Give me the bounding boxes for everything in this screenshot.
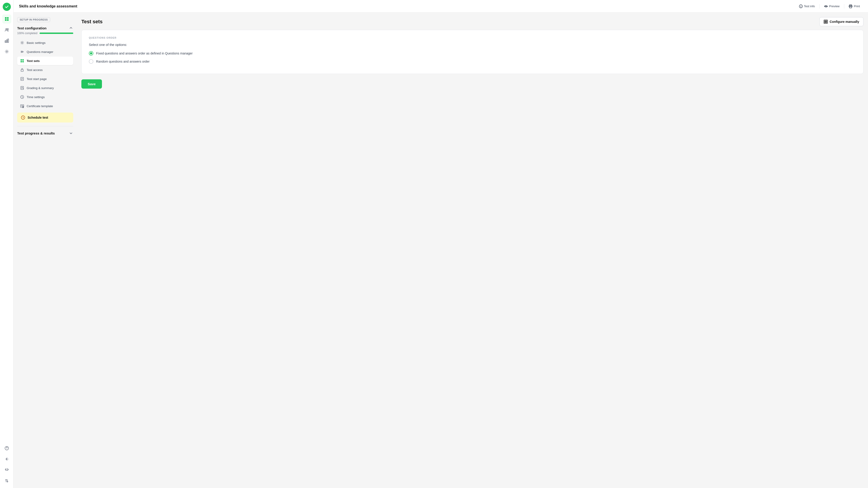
- nav-settings-icon[interactable]: [2, 47, 11, 56]
- sidebar-item-test-sets[interactable]: Test sets: [17, 57, 73, 65]
- progress-row: 100% completed: [17, 32, 73, 35]
- radio-fixed-option[interactable]: Fixed questions and answers order as def…: [89, 51, 856, 56]
- top-header: Skills and knowledge assessment Test inf…: [13, 0, 868, 13]
- main-content: Test sets Configure manually QUESTIONS O…: [77, 13, 868, 488]
- main-page-title: Test sets: [81, 19, 103, 25]
- svg-rect-22: [21, 70, 23, 71]
- progress-bar-fill: [39, 33, 73, 34]
- nav-chart-icon[interactable]: [2, 36, 11, 45]
- radio-fixed-circle[interactable]: [89, 51, 93, 56]
- section1-header: Test configuration: [17, 26, 73, 30]
- nav-grid-icon[interactable]: [2, 14, 11, 24]
- svg-rect-32: [826, 21, 827, 22]
- test-access-icon: [20, 68, 24, 72]
- svg-point-15: [22, 42, 23, 43]
- sidebar-item-test-start-page[interactable]: Test start page: [17, 74, 73, 83]
- svg-rect-33: [825, 22, 826, 23]
- questions-manager-label: Questions manager: [27, 50, 53, 54]
- svg-rect-0: [5, 17, 6, 19]
- header-divider2: [844, 4, 844, 8]
- sidebar-item-certificate-template[interactable]: Certificate template: [17, 102, 73, 110]
- select-options-text: Select one of the options:: [89, 43, 856, 47]
- svg-point-17: [22, 51, 23, 52]
- nav-back-icon[interactable]: [2, 455, 11, 464]
- content-area: SETUP IN PROGRESS Test configuration 100…: [13, 13, 868, 488]
- section1-title: Test configuration: [17, 26, 46, 30]
- certificate-template-label: Certificate template: [27, 104, 53, 108]
- sidebar: SETUP IN PROGRESS Test configuration 100…: [13, 13, 77, 488]
- svg-rect-18: [21, 59, 22, 61]
- setup-badge: SETUP IN PROGRESS: [17, 17, 50, 22]
- progress-bar-bg: [39, 33, 73, 34]
- page-title: Skills and knowledge assessment: [19, 4, 77, 8]
- sidebar-item-grading-summary[interactable]: Grading & summary: [17, 84, 73, 92]
- time-settings-icon: [20, 95, 24, 99]
- svg-point-9: [6, 51, 7, 52]
- svg-rect-1: [7, 17, 8, 19]
- schedule-test-button[interactable]: Schedule test: [17, 113, 73, 123]
- basic-settings-label: Basic settings: [27, 41, 45, 44]
- test-access-label: Test access: [27, 68, 43, 72]
- section2-toggle[interactable]: [69, 131, 73, 135]
- questions-order-card: QUESTIONS ORDER Select one of the option…: [81, 30, 864, 74]
- sidebar-nav: Basic settings Questions manager: [17, 38, 73, 123]
- questions-order-label: QUESTIONS ORDER: [89, 36, 856, 39]
- svg-rect-8: [8, 39, 8, 42]
- nav-users-icon[interactable]: [2, 25, 11, 34]
- sidebar-item-time-settings[interactable]: Time settings: [17, 93, 73, 101]
- certificate-template-icon: [20, 104, 24, 108]
- basic-settings-icon: [20, 40, 24, 45]
- svg-point-4: [6, 29, 7, 30]
- test-info-button[interactable]: Test info: [796, 3, 817, 10]
- svg-rect-19: [22, 59, 24, 61]
- sidebar-divider: [17, 126, 73, 126]
- radio-random-option[interactable]: Random questions and answers order: [89, 59, 856, 64]
- icon-bar: [0, 0, 13, 488]
- test-sets-label: Test sets: [27, 59, 40, 63]
- svg-point-5: [7, 29, 8, 30]
- svg-point-25: [23, 89, 23, 89]
- print-icon: [849, 4, 852, 8]
- radio-random-circle[interactable]: [89, 59, 93, 64]
- svg-rect-31: [825, 21, 826, 22]
- print-button[interactable]: Print: [846, 3, 863, 10]
- svg-rect-14: [849, 6, 852, 8]
- grading-summary-icon: [20, 86, 24, 90]
- sidebar-item-questions-manager[interactable]: Questions manager: [17, 48, 73, 56]
- svg-rect-7: [6, 40, 7, 42]
- questions-manager-icon: [20, 50, 24, 54]
- header-actions: Test info Preview Print: [796, 3, 863, 10]
- preview-button[interactable]: Preview: [822, 3, 842, 10]
- svg-point-16: [21, 51, 22, 52]
- configure-manually-button[interactable]: Configure manually: [819, 17, 864, 26]
- section1-toggle[interactable]: [69, 26, 73, 30]
- svg-rect-20: [21, 61, 22, 62]
- svg-rect-34: [826, 22, 827, 23]
- test-start-page-icon: [20, 77, 24, 81]
- svg-rect-21: [22, 61, 24, 62]
- section2-header[interactable]: Test progress & results: [17, 130, 73, 136]
- section2-title: Test progress & results: [17, 131, 55, 135]
- nav-help-icon[interactable]: [2, 444, 11, 453]
- grading-summary-label: Grading & summary: [27, 86, 54, 90]
- schedule-test-icon: [21, 115, 25, 120]
- configure-manually-label: Configure manually: [830, 20, 859, 24]
- radio-fixed-label: Fixed questions and answers order as def…: [96, 52, 193, 55]
- app-logo[interactable]: [3, 3, 11, 11]
- preview-icon: [824, 4, 828, 8]
- info-icon: [799, 4, 803, 8]
- time-settings-label: Time settings: [27, 95, 45, 99]
- configure-icon: [824, 20, 828, 24]
- nav-arrows-icon[interactable]: [2, 476, 11, 485]
- sidebar-item-basic-settings[interactable]: Basic settings: [17, 38, 73, 47]
- svg-rect-30: [824, 20, 828, 24]
- test-start-page-label: Test start page: [27, 77, 47, 81]
- nav-expand-icon[interactable]: [2, 465, 11, 475]
- radio-random-label: Random questions and answers order: [96, 60, 150, 63]
- save-button[interactable]: Save: [81, 79, 102, 89]
- svg-rect-6: [5, 41, 6, 42]
- sidebar-item-test-access[interactable]: Test access: [17, 65, 73, 74]
- svg-rect-3: [7, 19, 8, 21]
- progress-label: 100% completed: [17, 32, 37, 35]
- main-wrapper: Skills and knowledge assessment Test inf…: [13, 0, 868, 488]
